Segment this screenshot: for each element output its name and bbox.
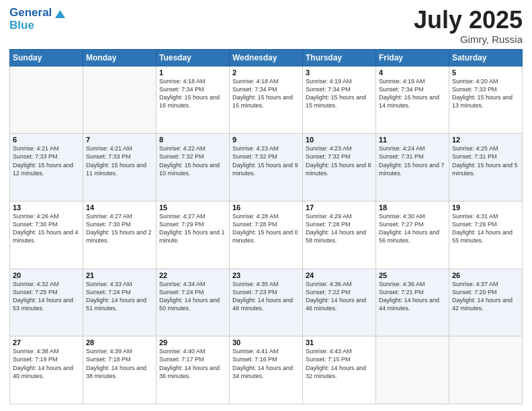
location: Gimry, Russia xyxy=(414,34,523,45)
day-number: 18 xyxy=(379,203,446,212)
day-details: Sunrise: 4:30 AMSunset: 7:27 PMDaylight:… xyxy=(379,212,446,245)
page: General Blue July 2025 Gimry, Russia Sun… xyxy=(0,0,532,411)
day-number: 4 xyxy=(379,68,446,77)
day-number: 5 xyxy=(452,68,519,77)
day-number: 26 xyxy=(452,271,519,279)
month-title: July 2025 xyxy=(414,7,523,34)
day-details: Sunrise: 4:22 AMSunset: 7:32 PMDaylight:… xyxy=(159,144,226,177)
calendar-week-row: 27Sunrise: 4:38 AMSunset: 7:19 PMDayligh… xyxy=(10,336,523,404)
day-number: 8 xyxy=(159,136,226,144)
calendar-day-header: Wednesday xyxy=(230,49,303,66)
logo-icon xyxy=(53,8,65,20)
day-details: Sunrise: 4:29 AMSunset: 7:28 PMDaylight:… xyxy=(306,212,373,245)
day-number: 29 xyxy=(159,338,226,347)
calendar-day-header: Friday xyxy=(376,49,449,66)
day-details: Sunrise: 4:21 AMSunset: 7:33 PMDaylight:… xyxy=(13,144,80,177)
day-details: Sunrise: 4:40 AMSunset: 7:17 PMDaylight:… xyxy=(159,347,226,380)
day-details: Sunrise: 4:25 AMSunset: 7:31 PMDaylight:… xyxy=(452,144,519,177)
day-details: Sunrise: 4:43 AMSunset: 7:15 PMDaylight:… xyxy=(306,347,373,380)
title-block: July 2025 Gimry, Russia xyxy=(414,7,523,45)
calendar-cell: 26Sunrise: 4:37 AMSunset: 7:20 PMDayligh… xyxy=(449,269,523,336)
calendar-cell: 10Sunrise: 4:23 AMSunset: 7:32 PMDayligh… xyxy=(303,134,376,201)
day-details: Sunrise: 4:36 AMSunset: 7:21 PMDaylight:… xyxy=(379,280,446,313)
day-details: Sunrise: 4:39 AMSunset: 7:18 PMDaylight:… xyxy=(86,347,153,380)
day-details: Sunrise: 4:24 AMSunset: 7:31 PMDaylight:… xyxy=(379,144,446,177)
day-details: Sunrise: 4:20 AMSunset: 7:33 PMDaylight:… xyxy=(452,77,519,110)
calendar-cell: 7Sunrise: 4:21 AMSunset: 7:33 PMDaylight… xyxy=(83,134,157,201)
day-number: 11 xyxy=(379,136,446,144)
day-number: 3 xyxy=(306,68,373,77)
calendar-week-row: 13Sunrise: 4:26 AMSunset: 7:30 PMDayligh… xyxy=(10,201,523,269)
calendar-cell: 23Sunrise: 4:35 AMSunset: 7:23 PMDayligh… xyxy=(230,269,303,336)
day-number: 19 xyxy=(452,203,519,212)
calendar-cell: 28Sunrise: 4:39 AMSunset: 7:18 PMDayligh… xyxy=(83,336,157,404)
day-details: Sunrise: 4:35 AMSunset: 7:23 PMDaylight:… xyxy=(232,280,300,313)
day-number: 10 xyxy=(306,136,373,144)
day-number: 21 xyxy=(86,271,153,279)
calendar-day-header: Saturday xyxy=(449,49,523,66)
calendar-cell: 31Sunrise: 4:43 AMSunset: 7:15 PMDayligh… xyxy=(303,336,376,404)
day-number: 12 xyxy=(452,136,519,144)
day-number: 9 xyxy=(232,136,300,144)
day-details: Sunrise: 4:33 AMSunset: 7:24 PMDaylight:… xyxy=(86,280,153,313)
calendar-cell: 9Sunrise: 4:23 AMSunset: 7:32 PMDaylight… xyxy=(230,134,303,201)
day-details: Sunrise: 4:36 AMSunset: 7:22 PMDaylight:… xyxy=(306,280,373,313)
calendar-week-row: 20Sunrise: 4:32 AMSunset: 7:25 PMDayligh… xyxy=(10,269,523,336)
calendar-day-header: Tuesday xyxy=(157,49,230,66)
day-details: Sunrise: 4:27 AMSunset: 7:30 PMDaylight:… xyxy=(86,212,153,245)
calendar-cell: 4Sunrise: 4:19 AMSunset: 7:34 PMDaylight… xyxy=(376,66,449,134)
day-number: 6 xyxy=(13,136,80,144)
calendar-cell: 3Sunrise: 4:19 AMSunset: 7:34 PMDaylight… xyxy=(303,66,376,134)
day-details: Sunrise: 4:19 AMSunset: 7:34 PMDaylight:… xyxy=(306,77,373,110)
day-number: 14 xyxy=(86,203,153,212)
day-number: 31 xyxy=(306,338,373,347)
day-number: 16 xyxy=(232,203,300,212)
calendar-table: SundayMondayTuesdayWednesdayThursdayFrid… xyxy=(9,49,523,404)
calendar-cell: 6Sunrise: 4:21 AMSunset: 7:33 PMDaylight… xyxy=(10,134,83,201)
calendar-cell: 8Sunrise: 4:22 AMSunset: 7:32 PMDaylight… xyxy=(157,134,230,201)
day-details: Sunrise: 4:28 AMSunset: 7:28 PMDaylight:… xyxy=(232,212,300,245)
calendar-cell xyxy=(83,66,157,134)
day-details: Sunrise: 4:41 AMSunset: 7:16 PMDaylight:… xyxy=(232,347,300,380)
calendar-cell: 19Sunrise: 4:31 AMSunset: 7:26 PMDayligh… xyxy=(449,201,523,269)
logo-text: General Blue xyxy=(9,7,52,32)
day-number: 20 xyxy=(13,271,80,279)
day-number: 13 xyxy=(13,203,80,212)
calendar-day-header: Sunday xyxy=(10,49,83,66)
calendar-day-header: Thursday xyxy=(303,49,376,66)
day-details: Sunrise: 4:23 AMSunset: 7:32 PMDaylight:… xyxy=(306,144,373,177)
day-number: 28 xyxy=(86,338,153,347)
calendar-cell xyxy=(449,336,523,404)
calendar-cell: 17Sunrise: 4:29 AMSunset: 7:28 PMDayligh… xyxy=(303,201,376,269)
day-details: Sunrise: 4:27 AMSunset: 7:29 PMDaylight:… xyxy=(159,212,226,245)
day-number: 27 xyxy=(13,338,80,347)
calendar-cell: 24Sunrise: 4:36 AMSunset: 7:22 PMDayligh… xyxy=(303,269,376,336)
day-details: Sunrise: 4:21 AMSunset: 7:33 PMDaylight:… xyxy=(86,144,153,177)
day-details: Sunrise: 4:19 AMSunset: 7:34 PMDaylight:… xyxy=(379,77,446,110)
day-details: Sunrise: 4:18 AMSunset: 7:34 PMDaylight:… xyxy=(159,77,226,110)
calendar-cell: 16Sunrise: 4:28 AMSunset: 7:28 PMDayligh… xyxy=(230,201,303,269)
calendar-week-row: 6Sunrise: 4:21 AMSunset: 7:33 PMDaylight… xyxy=(10,134,523,201)
calendar-cell: 29Sunrise: 4:40 AMSunset: 7:17 PMDayligh… xyxy=(157,336,230,404)
calendar-week-row: 1Sunrise: 4:18 AMSunset: 7:34 PMDaylight… xyxy=(10,66,523,134)
header: General Blue July 2025 Gimry, Russia xyxy=(9,7,523,45)
day-number: 2 xyxy=(232,68,300,77)
calendar-day-header: Monday xyxy=(83,49,157,66)
calendar-cell: 15Sunrise: 4:27 AMSunset: 7:29 PMDayligh… xyxy=(157,201,230,269)
calendar-cell: 2Sunrise: 4:18 AMSunset: 7:34 PMDaylight… xyxy=(230,66,303,134)
day-number: 25 xyxy=(379,271,446,279)
calendar-cell: 25Sunrise: 4:36 AMSunset: 7:21 PMDayligh… xyxy=(376,269,449,336)
day-details: Sunrise: 4:31 AMSunset: 7:26 PMDaylight:… xyxy=(452,212,519,245)
calendar-cell: 12Sunrise: 4:25 AMSunset: 7:31 PMDayligh… xyxy=(449,134,523,201)
day-number: 17 xyxy=(306,203,373,212)
logo: General Blue xyxy=(9,7,65,32)
calendar-cell: 27Sunrise: 4:38 AMSunset: 7:19 PMDayligh… xyxy=(10,336,83,404)
calendar-cell: 13Sunrise: 4:26 AMSunset: 7:30 PMDayligh… xyxy=(10,201,83,269)
day-number: 30 xyxy=(232,338,300,347)
calendar-cell: 21Sunrise: 4:33 AMSunset: 7:24 PMDayligh… xyxy=(83,269,157,336)
calendar-cell: 14Sunrise: 4:27 AMSunset: 7:30 PMDayligh… xyxy=(83,201,157,269)
day-details: Sunrise: 4:26 AMSunset: 7:30 PMDaylight:… xyxy=(13,212,80,245)
day-number: 15 xyxy=(159,203,226,212)
day-details: Sunrise: 4:38 AMSunset: 7:19 PMDaylight:… xyxy=(13,347,80,380)
calendar-cell: 22Sunrise: 4:34 AMSunset: 7:24 PMDayligh… xyxy=(157,269,230,336)
